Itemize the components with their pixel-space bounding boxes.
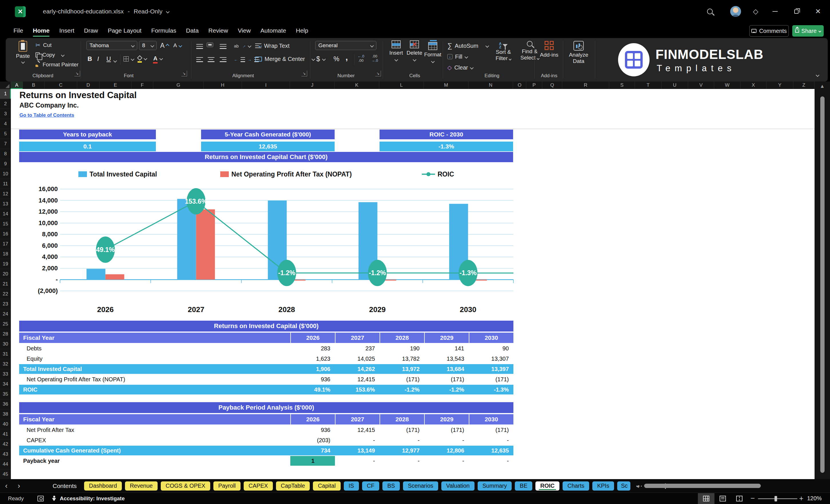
ribbon-tab[interactable]: Automate <box>256 23 291 38</box>
row-header[interactable]: 21 <box>0 279 11 289</box>
analyze-data-button[interactable]: Analyze Data <box>566 41 592 64</box>
row-header[interactable]: 22 <box>0 289 11 299</box>
format-cells-button[interactable]: Format <box>424 40 442 64</box>
year-header-cell[interactable]: 2029 <box>424 333 469 343</box>
search-button[interactable] <box>703 0 717 23</box>
row-header[interactable]: 44 <box>0 460 11 469</box>
column-header[interactable]: W <box>714 82 740 89</box>
row-header[interactable]: 36 <box>0 399 11 409</box>
macro-record-icon[interactable] <box>37 496 44 501</box>
row-header[interactable]: 33 <box>0 369 11 379</box>
sort-filter-button[interactable]: AZ Sort & Filter <box>492 41 515 62</box>
row-header[interactable]: 17 <box>0 239 11 249</box>
ribbon-tab[interactable]: Draw <box>79 23 103 38</box>
account-avatar[interactable] <box>729 0 742 23</box>
ribbon-tab[interactable]: Data <box>181 23 203 38</box>
row-header[interactable]: 4 <box>0 119 11 129</box>
page-layout-view-button[interactable] <box>714 493 731 504</box>
zoom-out-button[interactable]: − <box>751 494 755 503</box>
value-cell[interactable]: 13,149 <box>335 446 380 455</box>
select-all-corner[interactable] <box>0 82 11 89</box>
value-cell[interactable]: - <box>469 435 513 445</box>
sheet-tab[interactable]: Summary <box>478 481 512 491</box>
sheet-tab[interactable]: CAPEX <box>244 481 273 491</box>
column-header[interactable]: U <box>662 82 688 89</box>
value-cell[interactable]: - <box>335 435 380 445</box>
restore-button[interactable] <box>789 0 803 23</box>
zoom-level[interactable]: 120% <box>807 495 822 502</box>
value-cell[interactable]: 141 <box>424 344 469 353</box>
minimize-button[interactable] <box>768 0 782 23</box>
column-header[interactable]: P <box>526 82 542 89</box>
value-cell[interactable]: - <box>424 456 469 466</box>
column-header[interactable]: Q <box>542 82 562 89</box>
sheet-tab[interactable]: BE <box>515 481 532 491</box>
comments-button[interactable]: Comments <box>749 25 789 37</box>
row-label-cell[interactable]: Total Invested Capital <box>19 364 290 374</box>
font-size-combobox[interactable]: 8 <box>139 41 157 50</box>
value-cell[interactable]: 13,543 <box>424 354 469 364</box>
row-label-cell[interactable]: Net Operating Profit After Tax (NOPAT) <box>19 374 290 384</box>
decrease-indent-button[interactable]: ← <box>234 55 245 64</box>
sheet-nav-back[interactable]: ‹ <box>0 481 12 490</box>
borders-button[interactable] <box>124 55 134 63</box>
clipboard-dialog-launcher[interactable]: ↘ <box>74 71 80 76</box>
row-label-cell[interactable]: Payback year <box>19 456 290 466</box>
row-header[interactable]: 12 <box>0 189 11 199</box>
value-cell[interactable]: - <box>424 435 469 445</box>
ribbon-tab[interactable]: Insert <box>54 23 79 38</box>
year-header-cell[interactable]: 2027 <box>335 333 380 343</box>
copy-button[interactable]: Copy <box>35 51 64 59</box>
normal-view-button[interactable] <box>698 493 714 504</box>
autosum-button[interactable]: ∑ AutoSum <box>447 41 488 50</box>
underline-options-chevron[interactable] <box>114 56 117 65</box>
row-header[interactable]: 23 <box>0 299 11 309</box>
row-header[interactable]: 3 <box>0 109 11 119</box>
font-dialog-launcher[interactable]: ↘ <box>181 71 187 76</box>
column-header[interactable]: J <box>290 82 334 89</box>
align-bottom-button[interactable] <box>220 42 226 51</box>
column-header[interactable]: B <box>23 82 44 89</box>
sheet-tab[interactable]: Capital <box>313 481 340 491</box>
chevron-down-icon[interactable] <box>166 10 169 13</box>
row-header[interactable]: 24 <box>0 309 11 319</box>
value-cell[interactable]: 734 <box>290 446 335 455</box>
value-cell[interactable]: - <box>469 456 513 466</box>
sheet-tab[interactable]: ROIC <box>535 481 560 491</box>
value-cell[interactable]: (171) <box>424 425 469 435</box>
column-header[interactable]: O <box>513 82 526 89</box>
column-header[interactable]: R <box>562 82 609 89</box>
sheet-tab[interactable]: COGS & OPEX <box>161 481 210 491</box>
row-header[interactable]: 10 <box>0 169 11 179</box>
value-cell[interactable]: 153.6% <box>335 385 380 395</box>
vertical-scrollbar[interactable]: ▲ <box>815 82 830 479</box>
value-cell[interactable]: 49.1% <box>290 385 335 395</box>
row-header[interactable]: 13 <box>0 199 11 209</box>
row-header[interactable]: 9 <box>0 159 11 169</box>
row-label-cell[interactable]: Debts <box>19 344 290 353</box>
year-header-cell[interactable]: 2030 <box>469 333 513 343</box>
collapse-ribbon-button[interactable] <box>816 72 819 77</box>
column-header[interactable]: D <box>77 82 99 89</box>
format-painter-button[interactable]: Format Painter <box>35 60 78 69</box>
value-cell[interactable]: -1.3% <box>469 385 513 395</box>
align-top-button[interactable] <box>196 42 203 51</box>
sheet-tab[interactable]: CF <box>362 481 380 491</box>
year-header-cell[interactable]: 2029 <box>424 414 469 424</box>
increase-decimal-button[interactable]: ←.0.00 <box>357 54 364 63</box>
year-header-cell[interactable]: 2028 <box>380 414 424 424</box>
value-cell[interactable]: (171) <box>469 425 513 435</box>
value-cell[interactable]: 1,906 <box>290 364 335 374</box>
column-header[interactable]: Y <box>767 82 793 89</box>
sheet-tab[interactable]: IS <box>344 481 359 491</box>
add-ins-button[interactable]: Add-ins <box>538 41 560 58</box>
value-cell[interactable]: 12,415 <box>335 425 380 435</box>
fiscal-year-header[interactable]: Fiscal Year <box>19 333 290 343</box>
accounting-format-button[interactable]: $ <box>316 55 325 63</box>
row-header[interactable]: 7 <box>0 139 11 149</box>
accessibility-status[interactable]: Accessibility: Investigate <box>60 496 125 502</box>
align-left-button[interactable] <box>196 55 203 64</box>
row-header[interactable]: 20 <box>0 269 11 279</box>
underline-button[interactable]: U <box>106 55 111 63</box>
row-header[interactable]: 8 <box>0 149 11 159</box>
